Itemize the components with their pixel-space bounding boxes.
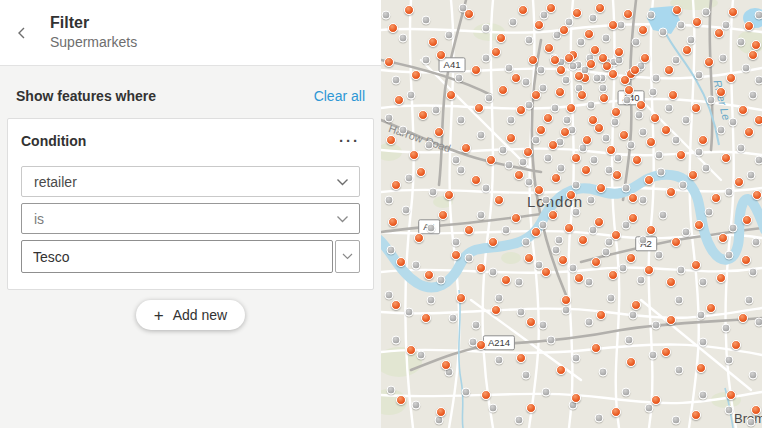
map-point-unselected[interactable] [635,111,644,120]
condition-menu-button[interactable]: ··· [339,136,360,146]
map-point-unselected[interactable] [695,148,704,157]
map-point-unselected[interactable] [412,401,421,410]
map-point-unselected[interactable] [387,386,396,395]
map-point-unselected[interactable] [639,128,648,137]
map-point-unselected[interactable] [629,311,638,320]
map-point-unselected[interactable] [722,21,731,30]
map-point-selected[interactable] [555,87,565,97]
map-point-unselected[interactable] [465,254,474,263]
map-point-unselected[interactable] [539,321,548,330]
map-point-unselected[interactable] [622,388,631,397]
map-point-selected[interactable] [511,213,521,223]
map-point-unselected[interactable] [399,34,408,43]
map-point-selected[interactable] [451,250,461,260]
map-point-unselected[interactable] [675,366,684,375]
map-point-selected[interactable] [534,20,544,30]
map-point-selected[interactable] [596,310,606,320]
map-point-selected[interactable] [506,133,516,143]
map-point-selected[interactable] [691,260,701,270]
map-point-unselected[interactable] [659,211,668,220]
map-point-unselected[interactable] [495,294,504,303]
map-point-selected[interactable] [581,165,591,175]
map-point-unselected[interactable] [502,226,511,235]
map-point-unselected[interactable] [637,276,646,285]
map-point-selected[interactable] [574,71,584,81]
map-point-unselected[interactable] [611,118,620,127]
map-point-selected[interactable] [646,137,656,147]
map-point-unselected[interactable] [477,131,486,140]
map-point-selected[interactable] [394,95,404,105]
map-point-selected[interactable] [424,270,434,280]
map-point-selected[interactable] [516,105,526,115]
map-point-unselected[interactable] [407,91,416,100]
map-point-unselected[interactable] [547,336,556,345]
map-point-unselected[interactable] [649,88,658,97]
map-point-unselected[interactable] [462,388,471,397]
map-point-selected[interactable] [498,85,508,95]
map-point-selected[interactable] [595,3,605,13]
map-point-selected[interactable] [626,357,636,367]
map-point-unselected[interactable] [385,114,394,123]
map-point-selected[interactable] [691,103,701,113]
map-point-selected[interactable] [526,403,536,413]
map-point-unselected[interactable] [729,224,738,233]
map-point-unselected[interactable] [392,76,401,85]
map-point-unselected[interactable] [593,74,602,83]
map-point-selected[interactable] [608,270,618,280]
map-point-selected[interactable] [716,87,726,97]
map-point-unselected[interactable] [402,206,411,215]
map-point-unselected[interactable] [699,338,708,347]
map-point-unselected[interactable] [602,34,611,43]
map-point-selected[interactable] [578,235,588,245]
map-point-unselected[interactable] [679,181,688,190]
map-point-unselected[interactable] [737,144,746,153]
map-point-selected[interactable] [751,405,761,415]
map-point-unselected[interactable] [544,154,553,163]
map-point-unselected[interactable] [622,184,631,193]
map-point-selected[interactable] [564,223,574,233]
map-point-selected[interactable] [561,295,571,305]
map-point-unselected[interactable] [725,406,734,415]
map-point-selected[interactable] [748,50,758,60]
map-point-selected[interactable] [742,215,752,225]
map-point-selected[interactable] [726,390,736,400]
map-point-selected[interactable] [571,393,581,403]
map-point-unselected[interactable] [542,388,551,397]
map-point-unselected[interactable] [405,308,414,317]
map-point-unselected[interactable] [452,238,461,247]
map-point-selected[interactable] [744,21,754,31]
map-point-selected[interactable] [501,275,511,285]
map-point-selected[interactable] [726,73,736,83]
back-button[interactable] [16,19,44,47]
map-point-unselected[interactable] [577,38,586,47]
value-input[interactable] [21,240,333,273]
map-point-unselected[interactable] [405,174,414,183]
map-point-unselected[interactable] [555,236,564,245]
map-point-unselected[interactable] [682,116,691,125]
map-point-unselected[interactable] [702,8,711,17]
map-point-unselected[interactable] [602,134,611,143]
map-point-selected[interactable] [526,317,536,327]
map-point-selected[interactable] [591,257,601,267]
map-point-unselected[interactable] [427,224,436,233]
value-dropdown-button[interactable] [335,240,360,273]
map-point-unselected[interactable] [675,296,684,305]
map-point-unselected[interactable] [515,278,524,287]
map-point-selected[interactable] [386,135,396,145]
clear-all-button[interactable]: Clear all [314,88,365,104]
map-point-selected[interactable] [666,187,676,197]
map-point-selected[interactable] [630,65,640,75]
map-point-selected[interactable] [752,190,762,200]
map-point-selected[interactable] [631,300,641,310]
map-point-selected[interactable] [388,217,398,227]
map-point-selected[interactable] [582,135,592,145]
map-point-unselected[interactable] [672,56,681,65]
map-point-unselected[interactable] [425,141,434,150]
map-point-selected[interactable] [476,340,486,350]
map-point-selected[interactable] [744,127,754,137]
map-point-unselected[interactable] [655,151,664,160]
map-point-unselected[interactable] [702,164,711,173]
map-point-selected[interactable] [644,265,654,275]
map-point-selected[interactable] [566,103,576,113]
map-point-selected[interactable] [536,125,546,135]
